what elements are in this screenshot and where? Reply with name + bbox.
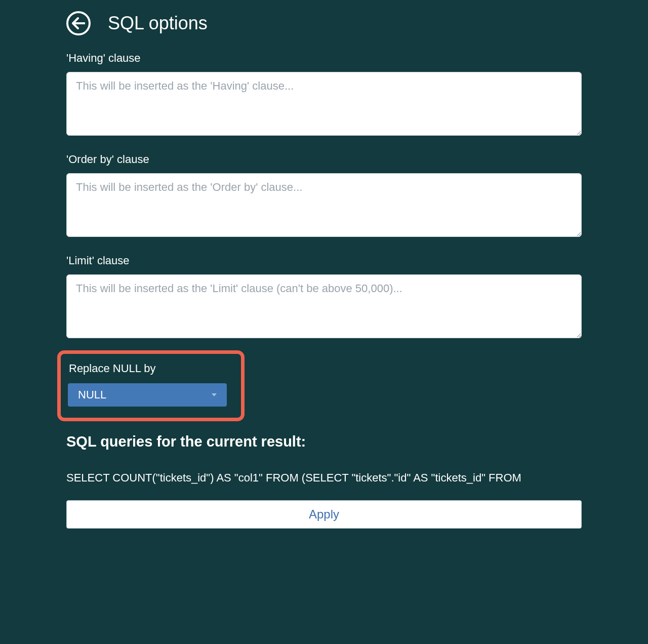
limit-input[interactable] <box>66 274 582 338</box>
replace-null-label: Replace NULL by <box>69 362 234 375</box>
arrow-left-icon <box>72 17 85 29</box>
back-button[interactable] <box>66 11 91 35</box>
limit-label: 'Limit' clause <box>66 254 582 267</box>
replace-null-value: NULL <box>78 388 106 401</box>
replace-null-select[interactable]: NULL <box>68 383 227 407</box>
having-input[interactable] <box>66 72 582 136</box>
queries-heading: SQL queries for the current result: <box>66 433 582 450</box>
apply-button[interactable]: Apply <box>66 500 582 529</box>
page-title: SQL options <box>108 13 208 34</box>
having-label: 'Having' clause <box>66 52 582 65</box>
orderby-input[interactable] <box>66 173 582 237</box>
queries-text: SELECT COUNT("tickets_id") AS "col1" FRO… <box>66 470 582 486</box>
replace-null-highlight: Replace NULL by NULL <box>57 350 245 421</box>
chevron-down-icon <box>212 393 217 396</box>
orderby-label: 'Order by' clause <box>66 153 582 166</box>
